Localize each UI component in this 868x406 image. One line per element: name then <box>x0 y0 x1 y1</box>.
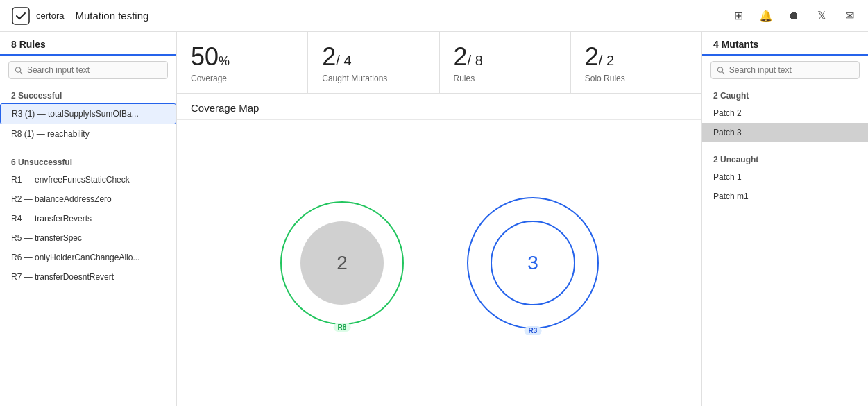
rules-label: Rules <box>454 74 556 83</box>
svg-rect-0 <box>12 8 29 24</box>
discord-icon[interactable]: ⊞ <box>731 8 746 24</box>
stat-solo: 2/ 2 Solo Rules <box>571 32 701 93</box>
right-search-input[interactable] <box>729 65 853 75</box>
blue-circle-label: R3 <box>525 326 542 335</box>
header: certora Mutation testing ⊞ 🔔 ⏺ 𝕏 ✉ <box>0 0 868 32</box>
sidebar-item-r2[interactable]: R2 — balanceAddressZero <box>0 189 176 209</box>
sidebar-search-input[interactable] <box>27 65 162 75</box>
svg-line-2 <box>20 71 22 74</box>
uncaught-section-label: 2 Uncaught <box>702 149 868 167</box>
sidebar-scroll: 2 Successful R3 (1) — totalSupplyIsSumOf… <box>0 85 176 406</box>
twitter-icon[interactable]: 𝕏 <box>814 8 829 24</box>
right-search-box <box>710 61 860 79</box>
rules-value: 2/ 8 <box>454 44 556 69</box>
right-search-container <box>702 56 868 85</box>
coverage-value: 50% <box>191 44 293 69</box>
svg-line-8 <box>722 71 724 74</box>
right-panel: 4 Mutants 2 Caught Patch 2 Patch 3 2 Unc… <box>701 32 868 406</box>
sidebar-search-container <box>0 56 176 85</box>
bell-icon[interactable]: 🔔 <box>758 8 774 24</box>
main-layout: 8 Rules 2 Successful R3 (1) — totalSuppl… <box>0 32 868 406</box>
stats-row: 50% Coverage 2/ 4 Caught Mutations 2/ 8 … <box>177 32 701 94</box>
solo-label: Solo Rules <box>585 74 688 83</box>
stat-coverage: 50% Coverage <box>177 32 308 93</box>
search-icon <box>15 66 23 75</box>
right-heading: 4 Mutants <box>702 32 868 56</box>
left-sidebar: 8 Rules 2 Successful R3 (1) — totalSuppl… <box>0 32 177 406</box>
sidebar-item-r7[interactable]: R7 — transferDoesntRevert <box>0 267 176 287</box>
coverage-label: Coverage <box>191 74 293 83</box>
record-icon[interactable]: ⏺ <box>786 8 801 24</box>
header-icons: ⊞ 🔔 ⏺ 𝕏 ✉ <box>731 8 857 24</box>
green-circle-label: R8 <box>334 323 351 332</box>
certora-logo-icon <box>11 6 31 26</box>
right-item-patch1[interactable]: Patch 1 <box>702 167 868 187</box>
circle-r8: 2 R8 <box>276 197 408 329</box>
logo-text: certora <box>36 10 64 21</box>
sidebar-item-r8[interactable]: R8 (1) — reachability <box>0 124 176 144</box>
unsuccessful-label: 6 Unsuccessful <box>0 152 176 170</box>
caught-value: 2/ 4 <box>322 44 425 69</box>
caught-section-label: 2 Caught <box>702 85 868 103</box>
sidebar-item-r3[interactable]: R3 (1) — totalSupplyIsSumOfBa... <box>0 103 176 124</box>
sidebar-search-box <box>8 61 168 79</box>
right-search-icon <box>717 66 725 75</box>
right-item-patch3[interactable]: Patch 3 <box>702 123 868 142</box>
solo-value: 2/ 2 <box>585 44 688 69</box>
coverage-map-title: Coverage Map <box>177 94 701 120</box>
coverage-section: Coverage Map 2 R8 3 <box>177 94 701 406</box>
caught-label: Caught Mutations <box>322 74 425 83</box>
sidebar-item-r4[interactable]: R4 — transferReverts <box>0 209 176 228</box>
sidebar-item-r1[interactable]: R1 — envfreeFuncsStaticCheck <box>0 170 176 189</box>
green-circle-num: 2 <box>337 252 348 274</box>
stat-rules: 2/ 8 Rules <box>440 32 571 93</box>
stat-caught: 2/ 4 Caught Mutations <box>308 32 439 93</box>
logo: certora <box>11 6 64 26</box>
circle-r3: 3 R3 <box>463 194 602 332</box>
sidebar-item-r6[interactable]: R6 — onlyHolderCanChangeAllo... <box>0 248 176 267</box>
right-item-patch2[interactable]: Patch 2 <box>702 103 868 123</box>
right-item-patchm1[interactable]: Patch m1 <box>702 187 868 206</box>
blue-circle-num: 3 <box>527 252 538 274</box>
center-panel: 50% Coverage 2/ 4 Caught Mutations 2/ 8 … <box>177 32 701 406</box>
right-scroll: 2 Caught Patch 2 Patch 3 2 Uncaught Patc… <box>702 85 868 406</box>
coverage-map: 2 R8 3 R3 <box>177 120 701 406</box>
mail-icon[interactable]: ✉ <box>842 8 857 24</box>
successful-label: 2 Successful <box>0 85 176 103</box>
page-title: Mutation testing <box>75 10 148 22</box>
sidebar-item-r5[interactable]: R5 — transferSpec <box>0 228 176 248</box>
sidebar-heading: 8 Rules <box>0 32 176 56</box>
